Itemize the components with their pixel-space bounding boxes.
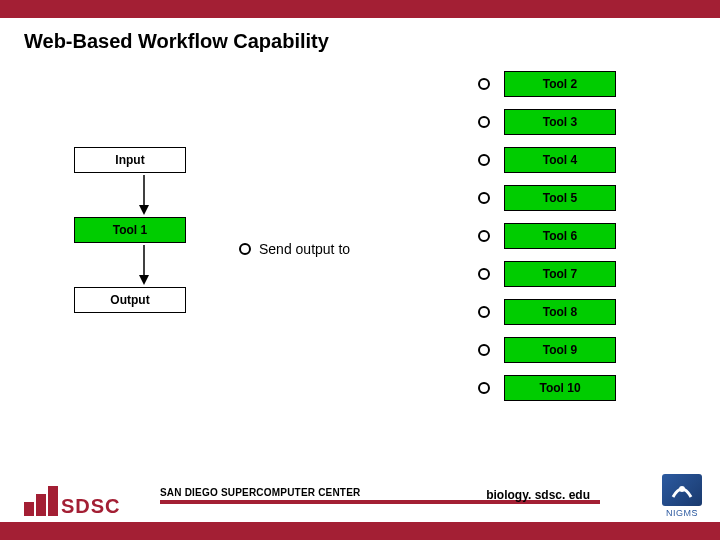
tool-option: Tool 2	[478, 71, 616, 97]
nigms-badge-icon	[662, 474, 702, 506]
radio-icon[interactable]	[478, 192, 490, 204]
send-output-group: Send output to	[239, 241, 350, 257]
tool-box: Tool 6	[504, 223, 616, 249]
tool-box: Tool 4	[504, 147, 616, 173]
nigms-logo: NIGMS	[662, 474, 702, 518]
radio-icon[interactable]	[478, 268, 490, 280]
sdsc-bars-icon	[24, 486, 58, 516]
sdsc-text: SDSC	[61, 496, 121, 516]
radio-icon[interactable]	[478, 306, 490, 318]
footer-center: SAN DIEGO SUPERCOMPUTER CENTER biology. …	[160, 487, 600, 504]
tool-options: Tool 2 Tool 3 Tool 4 Tool 5 Tool 6	[478, 71, 616, 401]
send-output-label: Send output to	[259, 241, 350, 257]
radio-icon[interactable]	[478, 230, 490, 242]
nigms-label: NIGMS	[662, 508, 702, 518]
tool-option: Tool 7	[478, 261, 616, 287]
footer: SDSC SAN DIEGO SUPERCOMPUTER CENTER biol…	[0, 462, 720, 522]
slide: Web-Based Workflow Capability Input Tool…	[0, 18, 720, 522]
tool-option: Tool 8	[478, 299, 616, 325]
tool1-box: Tool 1	[74, 217, 186, 243]
tool-option: Tool 6	[478, 223, 616, 249]
slide-frame: Web-Based Workflow Capability Input Tool…	[0, 0, 720, 540]
arrow-down-icon	[134, 245, 154, 285]
radio-icon[interactable]	[478, 154, 490, 166]
tool-box: Tool 3	[504, 109, 616, 135]
tool-box: Tool 8	[504, 299, 616, 325]
svg-marker-3	[139, 275, 149, 285]
tool-box: Tool 2	[504, 71, 616, 97]
radio-icon[interactable]	[478, 116, 490, 128]
tool-option: Tool 10	[478, 375, 616, 401]
tool-option: Tool 5	[478, 185, 616, 211]
tool-option: Tool 4	[478, 147, 616, 173]
svg-point-4	[679, 486, 685, 492]
tool-box: Tool 9	[504, 337, 616, 363]
tool-box: Tool 10	[504, 375, 616, 401]
radio-icon[interactable]	[478, 382, 490, 394]
tool-option: Tool 3	[478, 109, 616, 135]
footer-url: biology. sdsc. edu	[486, 488, 590, 502]
radio-icon[interactable]	[478, 344, 490, 356]
output-box: Output	[74, 287, 186, 313]
diagram: Input Tool 1 Output Send output to	[24, 71, 696, 451]
input-box: Input	[74, 147, 186, 173]
sdsc-logo: SDSC	[24, 486, 121, 516]
svg-marker-1	[139, 205, 149, 215]
tool-box: Tool 5	[504, 185, 616, 211]
page-title: Web-Based Workflow Capability	[24, 30, 696, 53]
radio-icon[interactable]	[239, 243, 251, 255]
radio-icon[interactable]	[478, 78, 490, 90]
tool-option: Tool 9	[478, 337, 616, 363]
tool-box: Tool 7	[504, 261, 616, 287]
left-column: Input Tool 1 Output	[74, 71, 214, 313]
arrow-down-icon	[134, 175, 154, 215]
